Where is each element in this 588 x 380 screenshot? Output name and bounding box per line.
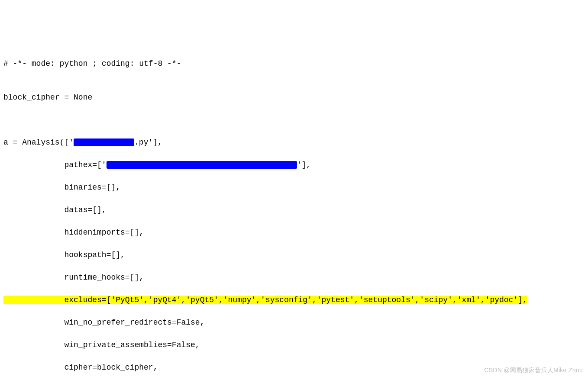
code-block: # -*- mode: python ; coding: utf-8 -*- b… (3, 47, 585, 380)
code-line-excludes: excludes=['PyQt5','pyQt4','pyQt5','numpy… (3, 294, 585, 306)
highlighted-excludes: excludes=['PyQt5','pyQt4','pyQt5','numpy… (3, 296, 527, 304)
code-line: win_private_assemblies=False, (3, 339, 585, 351)
code-line: hiddenimports=[], (3, 227, 585, 238)
redacted-script-name (74, 138, 134, 146)
redacted-path (107, 161, 297, 169)
code-line: win_no_prefer_redirects=False, (3, 317, 585, 328)
code-text: .py'], (134, 138, 162, 147)
code-text: '], (297, 161, 311, 169)
code-line: block_cipher = None (3, 92, 585, 103)
code-line: # -*- mode: python ; coding: utf-8 -*- (3, 58, 585, 69)
code-line: binaries=[], (3, 182, 585, 193)
code-line-analysis: a = Analysis(['.py'], (3, 137, 585, 148)
code-line: runtime_hooks=[], (3, 272, 585, 283)
code-line-pathex: pathex=[''], (3, 159, 585, 171)
code-text: a = Analysis([' (3, 138, 74, 147)
csdn-watermark: CSDN @网易独家音乐人Mike Zhou (484, 364, 583, 376)
code-line: hookspath=[], (3, 249, 585, 261)
code-line: datas=[], (3, 204, 585, 216)
code-text: pathex=[' (3, 161, 107, 169)
